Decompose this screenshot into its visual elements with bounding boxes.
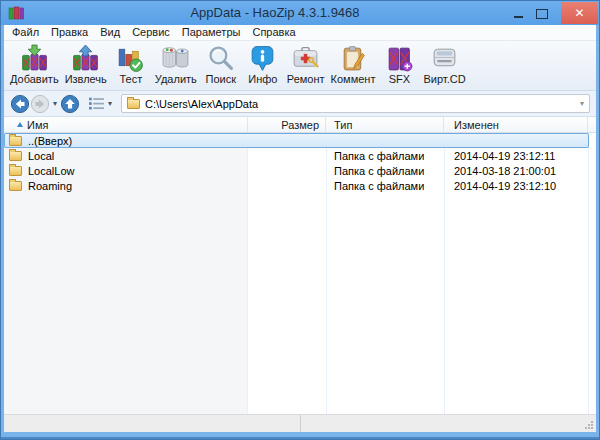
toolbar-virtualcd-button[interactable]: Вирт.CD: [420, 44, 468, 85]
toolbar-sfx-label: SFX: [389, 73, 410, 85]
table-row-locallow[interactable]: LocalLow Папка с файлами 2014-03-18 21:0…: [4, 163, 589, 178]
toolbar-info-label: Инфо: [248, 73, 277, 85]
column-header-modified-label: Изменен: [454, 119, 499, 131]
statusbar-right-panel: [301, 415, 596, 432]
file-name: ..(Вверх): [28, 135, 72, 147]
maximize-button[interactable]: [530, 2, 553, 24]
toolbar-sfx-button[interactable]: SFX: [378, 44, 420, 85]
statusbar: [4, 414, 596, 432]
menu-view[interactable]: Вид: [94, 25, 126, 40]
column-header-filler: [588, 117, 596, 132]
column-header-size[interactable]: Размер: [248, 117, 326, 132]
toolbar: Добавить Извлечь: [4, 41, 596, 91]
cell-name: ..(Вверх): [4, 133, 248, 148]
toolbar-search-label: Поиск: [206, 73, 236, 85]
info-bubble-icon: [248, 44, 277, 73]
sfx-archive-icon: [385, 44, 414, 73]
toolbar-comment-label: Коммент: [331, 73, 376, 85]
file-rows: ..(Вверх) Local Папка с файлами 2014-04-…: [4, 133, 596, 193]
app-frame: Файл Правка Вид Сервис Параметры Справка: [4, 25, 596, 432]
view-mode-dropdown-icon[interactable]: ▾: [105, 94, 115, 114]
address-path[interactable]: C:\Users\Alex\AppData: [145, 98, 575, 110]
sort-ascending-icon: [17, 122, 23, 127]
delete-trash-icon: [161, 44, 190, 73]
file-name: Roaming: [28, 180, 72, 192]
toolbar-comment-button[interactable]: Коммент: [328, 44, 379, 85]
menu-file[interactable]: Файл: [6, 25, 45, 40]
cell-modified: 2014-04-19 23:12:10: [444, 180, 588, 192]
minimize-button[interactable]: [507, 2, 530, 24]
close-button[interactable]: ✕: [561, 2, 598, 24]
folder-icon: [9, 151, 22, 161]
list-header: Имя Размер Тип Изменен: [4, 117, 596, 133]
folder-icon: [9, 136, 22, 146]
archive-add-icon: [20, 44, 49, 73]
column-header-type[interactable]: Тип: [326, 117, 444, 132]
toolbar-test-button[interactable]: Тест: [110, 44, 152, 85]
toolbar-test-label: Тест: [119, 73, 142, 85]
resize-grip[interactable]: [584, 420, 594, 430]
window-controls: ✕: [507, 2, 598, 24]
cell-modified: 2014-03-18 21:00:01: [444, 165, 588, 177]
cell-type: Папка с файлами: [326, 180, 444, 192]
forward-button[interactable]: [30, 94, 50, 114]
folder-icon: [9, 181, 22, 191]
cell-name: LocalLow: [4, 163, 248, 178]
cell-name: Local: [4, 148, 248, 163]
toolbar-extract-button[interactable]: Извлечь: [62, 44, 110, 85]
table-row-local[interactable]: Local Папка с файлами 2014-04-19 23:12:1…: [4, 148, 589, 163]
toolbar-delete-label: Удалить: [155, 73, 197, 85]
view-mode-button[interactable]: [88, 96, 105, 111]
column-header-type-label: Тип: [334, 119, 352, 131]
menu-options[interactable]: Параметры: [176, 25, 247, 40]
address-field[interactable]: C:\Users\Alex\AppData ▾: [121, 94, 590, 113]
test-chart-icon: [116, 44, 145, 73]
repair-kit-icon: [291, 44, 320, 73]
app-icon[interactable]: [8, 5, 24, 21]
column-header-name-label: Имя: [27, 119, 48, 131]
cell-type: Папка с файлами: [326, 150, 444, 162]
column-header-size-label: Размер: [281, 119, 319, 131]
window-title: AppData - HaoZip 4.3.1.9468: [61, 5, 489, 20]
menu-edit[interactable]: Правка: [45, 25, 94, 40]
cell-type: Папка с файлами: [326, 165, 444, 177]
toolbar-add-button[interactable]: Добавить: [7, 44, 62, 85]
file-name: LocalLow: [28, 165, 74, 177]
statusbar-left-panel: [4, 415, 301, 432]
virtual-cd-icon: [430, 44, 459, 73]
titlebar: AppData - HaoZip 4.3.1.9468 ✕: [1, 1, 599, 25]
column-header-name[interactable]: Имя: [4, 117, 248, 132]
toolbar-repair-button[interactable]: Ремонт: [284, 44, 328, 85]
menu-tools[interactable]: Сервис: [126, 25, 176, 40]
haozip-window: AppData - HaoZip 4.3.1.9468 ✕ Файл Правк…: [0, 0, 600, 440]
comment-clipboard-icon: [339, 44, 368, 73]
file-name: Local: [28, 150, 54, 162]
toolbar-delete-button[interactable]: Удалить: [152, 44, 200, 85]
table-row-roaming[interactable]: Roaming Папка с файлами 2014-04-19 23:12…: [4, 178, 589, 193]
addressbar: ▾ ▾ C:\Users\Alex\AppData ▾: [4, 91, 596, 117]
up-button[interactable]: [60, 94, 80, 114]
folder-icon: [127, 99, 140, 109]
back-button[interactable]: [10, 94, 30, 114]
toolbar-search-button[interactable]: Поиск: [200, 44, 242, 85]
cell-modified: 2014-04-19 23:12:11: [444, 150, 588, 162]
cell-name: Roaming: [4, 178, 248, 193]
toolbar-virtualcd-label: Вирт.CD: [423, 73, 465, 85]
toolbar-repair-label: Ремонт: [287, 73, 325, 85]
column-header-modified[interactable]: Изменен: [444, 117, 588, 132]
archive-extract-icon: [71, 44, 100, 73]
folder-icon: [9, 166, 22, 176]
toolbar-extract-label: Извлечь: [65, 73, 107, 85]
file-list[interactable]: ..(Вверх) Local Папка с файлами 2014-04-…: [4, 133, 596, 414]
address-dropdown-icon[interactable]: ▾: [580, 99, 584, 108]
table-row-up[interactable]: ..(Вверх): [4, 133, 589, 148]
menu-help[interactable]: Справка: [246, 25, 301, 40]
toolbar-add-label: Добавить: [10, 73, 59, 85]
menubar: Файл Правка Вид Сервис Параметры Справка: [4, 25, 596, 41]
history-dropdown-icon[interactable]: ▾: [50, 94, 60, 114]
toolbar-info-button[interactable]: Инфо: [242, 44, 284, 85]
search-icon: [206, 44, 235, 73]
